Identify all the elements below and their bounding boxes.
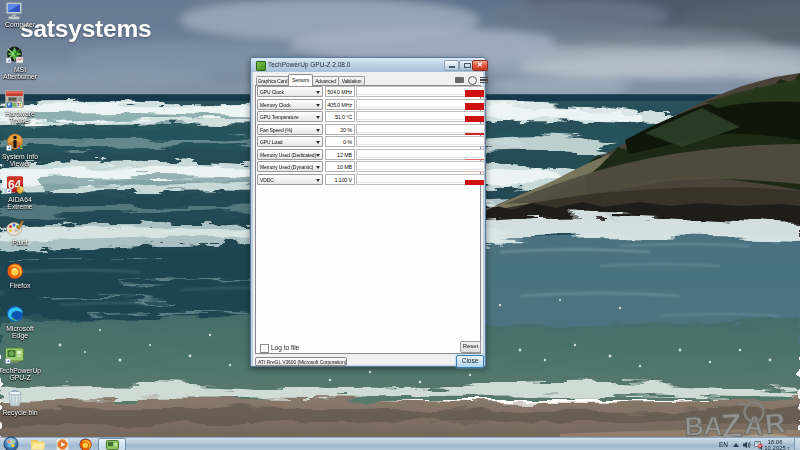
svg-text:R: R <box>763 407 786 440</box>
